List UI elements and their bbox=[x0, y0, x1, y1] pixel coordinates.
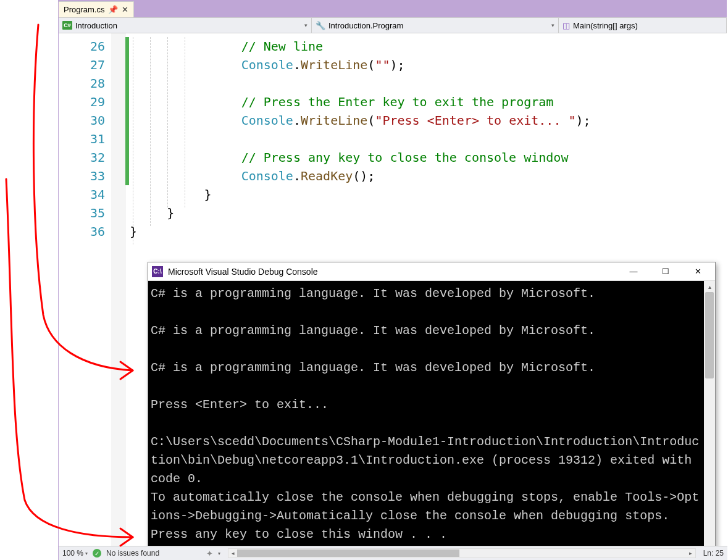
scroll-right-button[interactable]: ▸ bbox=[687, 549, 695, 558]
line-number: 27 bbox=[59, 56, 111, 74]
close-icon[interactable]: ✕ bbox=[122, 5, 128, 14]
console-icon: C:\ bbox=[152, 266, 163, 277]
scroll-up-button[interactable]: ▴ bbox=[704, 281, 715, 292]
scope-class-label: Introduction.Program bbox=[328, 21, 403, 30]
maximize-icon: ☐ bbox=[662, 267, 669, 276]
cube-icon: ◫ bbox=[563, 21, 570, 30]
console-scrollbar[interactable]: ▴ ▾ bbox=[704, 281, 715, 548]
close-icon: ✕ bbox=[695, 267, 701, 276]
line-number: 30 bbox=[59, 111, 111, 130]
line-number: 36 bbox=[59, 222, 111, 241]
line-number: 26 bbox=[59, 37, 111, 56]
code-editor[interactable]: 26 27 28 29 30 31 32 33 34 35 36 // New … bbox=[59, 33, 727, 548]
close-button[interactable]: ✕ bbox=[684, 262, 711, 281]
check-icon: ✓ bbox=[93, 549, 101, 558]
line-number: 34 bbox=[59, 185, 111, 204]
maximize-button[interactable]: ☐ bbox=[652, 262, 679, 281]
line-number-gutter: 26 27 28 29 30 31 32 33 34 35 36 bbox=[59, 33, 111, 241]
pin-icon[interactable]: 📌 bbox=[108, 5, 118, 14]
scope-method-dropdown[interactable]: ◫ Main(string[] args) bbox=[559, 18, 727, 33]
navigator-bar: C# Introduction ▾ 🔧 Introduction.Program… bbox=[59, 17, 727, 33]
tab-label: Program.cs bbox=[64, 5, 104, 14]
console-titlebar[interactable]: C:\ Microsoft Visual Studio Debug Consol… bbox=[148, 262, 715, 281]
chevron-down-icon: ▾ bbox=[85, 551, 88, 556]
minimize-icon: — bbox=[630, 267, 638, 276]
marker-strip bbox=[111, 33, 126, 548]
scroll-thumb[interactable] bbox=[237, 550, 459, 557]
chevron-down-icon: ▾ bbox=[304, 22, 308, 28]
ide-area: Program.cs 📌 ✕ C# Introduction ▾ 🔧 Intro… bbox=[58, 0, 727, 560]
tab-bar: Program.cs 📌 ✕ bbox=[59, 0, 727, 17]
cs-badge-icon: C# bbox=[62, 21, 72, 30]
line-number: 32 bbox=[59, 148, 111, 167]
scope-method-label: Main(string[] args) bbox=[573, 21, 638, 30]
minimize-button[interactable]: — bbox=[620, 262, 647, 281]
chevron-down-icon: ▾ bbox=[551, 22, 554, 28]
line-info: Ln: 25 bbox=[703, 549, 724, 558]
change-marker bbox=[125, 37, 129, 185]
scope-class-dropdown[interactable]: 🔧 Introduction.Program ▾ bbox=[312, 18, 559, 33]
scroll-left-button[interactable]: ◂ bbox=[228, 549, 237, 558]
code-content: // New line Console.WriteLine(""); // Pr… bbox=[130, 37, 591, 241]
zoom-label: 100 % bbox=[62, 549, 83, 558]
line-number: 35 bbox=[59, 204, 111, 222]
wrench-icon: 🔧 bbox=[316, 21, 325, 30]
console-title: Microsoft Visual Studio Debug Console bbox=[168, 267, 615, 277]
debug-console-window: C:\ Microsoft Visual Studio Debug Consol… bbox=[148, 262, 716, 548]
lightbulb-icon[interactable]: ✦ bbox=[206, 549, 213, 558]
chevron-down-icon[interactable]: ▾ bbox=[218, 551, 220, 556]
zoom-control[interactable]: 100 % ▾ bbox=[62, 549, 88, 558]
status-bar: 100 % ▾ ✓ No issues found ✦ ▾ ◂ ▸ Ln: 25 bbox=[59, 546, 727, 560]
issues-label: No issues found bbox=[106, 549, 159, 558]
horizontal-scrollbar[interactable]: ◂ ▸ bbox=[228, 548, 696, 558]
line-number: 28 bbox=[59, 74, 111, 93]
tab-program-cs[interactable]: Program.cs 📌 ✕ bbox=[59, 1, 134, 17]
scope-namespace-dropdown[interactable]: C# Introduction ▾ bbox=[59, 18, 312, 33]
console-output[interactable]: C# is a programming language. It was dev… bbox=[148, 281, 704, 548]
scroll-thumb[interactable] bbox=[705, 292, 714, 378]
line-number: 31 bbox=[59, 130, 111, 148]
line-number: 29 bbox=[59, 93, 111, 111]
line-number: 33 bbox=[59, 167, 111, 185]
scope-namespace-label: Introduction bbox=[75, 21, 117, 30]
